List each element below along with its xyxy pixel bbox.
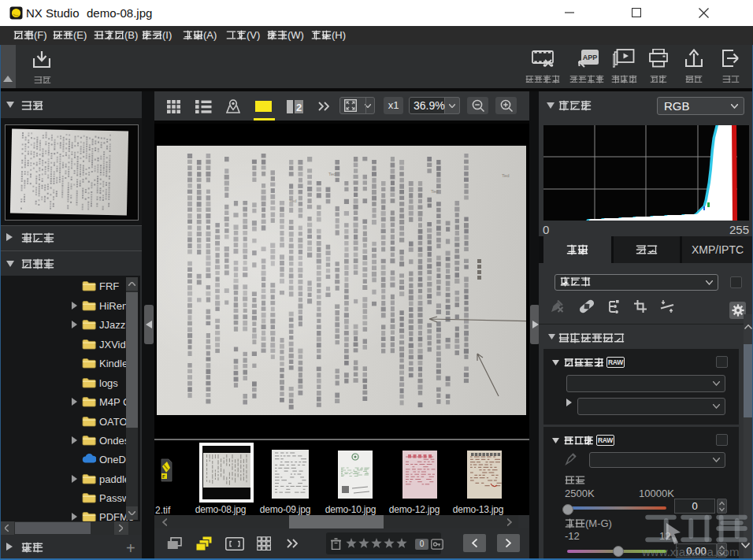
svg-text:2: 2	[296, 102, 302, 113]
svg-text:APP: APP	[583, 54, 598, 61]
svg-text:F: F	[162, 474, 165, 479]
